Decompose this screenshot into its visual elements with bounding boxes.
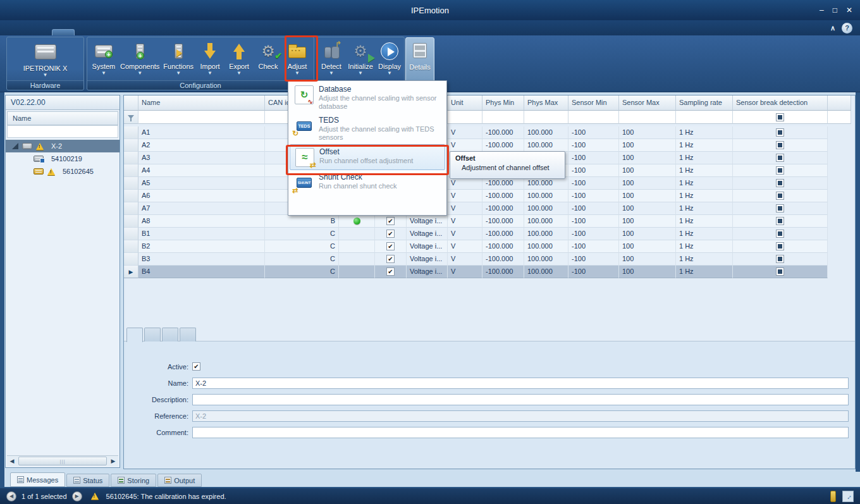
cell-sensor-break[interactable] xyxy=(733,190,828,202)
cell-active[interactable]: ✔ xyxy=(375,228,407,240)
table-row[interactable]: A7 B ✔ Voltage i... V -100.000 100.000 -… xyxy=(124,202,828,215)
sensor-break-checkbox[interactable] xyxy=(776,242,784,250)
header-sampling-rate[interactable]: Sampling rate xyxy=(676,95,733,111)
tree-column-header[interactable]: Name xyxy=(7,111,118,125)
menu-item[interactable]: TEDS Adjust the channel scaling with TED… xyxy=(290,113,445,144)
ribbon-button[interactable]: Detect ▼ xyxy=(317,38,346,77)
minimize-button[interactable]: – xyxy=(820,6,824,15)
cell-sensor-break[interactable] xyxy=(733,139,828,152)
menu-tab[interactable] xyxy=(9,30,30,35)
cell-active[interactable]: ✔ xyxy=(375,215,407,228)
menu-tab[interactable] xyxy=(96,30,118,35)
log-tab[interactable]: Output xyxy=(157,474,202,487)
sensor-break-checkbox[interactable] xyxy=(776,141,784,149)
filter-sensor-min[interactable] xyxy=(568,111,619,124)
ribbon-button[interactable]: Display ▼ xyxy=(375,38,404,77)
ribbon-button[interactable]: + System ▼ xyxy=(89,38,118,77)
row-gutter[interactable] xyxy=(124,215,138,228)
ribbon-button[interactable]: Export ▼ xyxy=(224,38,254,77)
sensor-break-checkbox[interactable] xyxy=(776,166,784,175)
details-tab[interactable] xyxy=(180,328,196,341)
menu-tab[interactable] xyxy=(118,30,139,35)
cell-sensor-break[interactable] xyxy=(733,240,828,253)
header-sensor-min[interactable]: Sensor Min xyxy=(568,95,619,111)
table-row[interactable]: B2 C ✔ Voltage i... V -100.000 100.000 -… xyxy=(124,240,828,253)
filter-unit[interactable] xyxy=(448,111,482,124)
header-sensor-max[interactable]: Sensor Max xyxy=(619,95,676,111)
ribbon-button[interactable]: ⚙✔ Check xyxy=(254,38,283,77)
filter-sampling-rate[interactable] xyxy=(676,111,733,124)
details-tab[interactable] xyxy=(126,328,143,342)
maximize-button[interactable]: □ xyxy=(833,6,837,15)
filter-name[interactable] xyxy=(138,111,265,124)
active-checkbox[interactable]: ✔ xyxy=(386,242,395,250)
details-tab[interactable] xyxy=(144,328,161,341)
menu-tab[interactable] xyxy=(30,30,52,35)
row-gutter[interactable] xyxy=(124,152,138,164)
cell-active[interactable]: ✔ xyxy=(375,240,407,253)
cell-sensor-break[interactable] xyxy=(733,152,828,164)
menu-item[interactable]: Shunt Check Run channel shunt check xyxy=(290,170,445,195)
ribbon-help-icon[interactable]: ? xyxy=(842,23,852,34)
menu-tab[interactable] xyxy=(52,29,75,35)
sensor-break-checkbox[interactable] xyxy=(776,255,784,263)
ribbon-button[interactable]: Import ▼ xyxy=(195,38,224,77)
active-checkbox[interactable]: ✔ xyxy=(192,362,200,371)
ribbon-button[interactable]: Adjust ▼ xyxy=(283,38,312,77)
cell-active[interactable]: ✔ xyxy=(375,253,407,266)
sensor-break-checkbox[interactable] xyxy=(776,154,784,162)
table-row[interactable]: A1 B ✔ Voltage i... V -100.000 100.000 -… xyxy=(124,126,828,139)
menu-item[interactable]: Offset Run channel offset adjustment xyxy=(290,144,445,170)
cell-sensor-break[interactable] xyxy=(733,202,828,215)
table-row[interactable]: ▶ B4 C ✔ Voltage i... V -100.000 100.000… xyxy=(124,266,828,278)
details-tab[interactable] xyxy=(162,328,178,341)
header-unit[interactable]: Unit xyxy=(448,95,482,111)
sensor-break-checkbox[interactable] xyxy=(776,204,784,212)
table-row[interactable]: A6 B ✔ Voltage i... V -100.000 100.000 -… xyxy=(124,190,828,202)
tree-horizontal-scrollbar[interactable]: ◀ ||| ▶ xyxy=(7,455,118,466)
cell-sensor-break[interactable] xyxy=(733,177,828,190)
cell-sensor-break[interactable] xyxy=(733,228,828,240)
scroll-right-icon[interactable]: ▶ xyxy=(108,456,118,466)
menu-tab[interactable] xyxy=(161,30,182,35)
menu-tab[interactable] xyxy=(139,30,161,35)
resize-grip-icon[interactable] xyxy=(842,491,854,502)
filter-sensor-max[interactable] xyxy=(619,111,676,124)
row-gutter[interactable] xyxy=(124,177,138,190)
next-message-icon[interactable]: ▶ xyxy=(72,491,82,501)
memory-stick-icon[interactable] xyxy=(830,491,836,502)
active-checkbox[interactable]: ✔ xyxy=(386,217,395,225)
sensor-break-checkbox[interactable] xyxy=(776,230,784,238)
cell-sensor-break[interactable] xyxy=(733,164,828,177)
cell-active[interactable]: ✔ xyxy=(375,266,407,278)
tree-item[interactable]: X-2 xyxy=(6,140,120,152)
close-button[interactable]: ✕ xyxy=(846,6,852,15)
previous-message-icon[interactable]: ◀ xyxy=(6,491,16,501)
sensor-break-checkbox[interactable] xyxy=(776,179,784,187)
cell-sensor-break[interactable] xyxy=(733,126,828,139)
row-gutter[interactable] xyxy=(124,202,138,215)
cell-sensor-break[interactable] xyxy=(733,215,828,228)
sensor-break-checkbox[interactable] xyxy=(776,267,784,276)
row-gutter[interactable] xyxy=(124,164,138,177)
menu-item[interactable]: Database Adjust the channel scaling with… xyxy=(290,82,445,113)
table-row[interactable]: A8 B ✔ Voltage i... V -100.000 100.000 -… xyxy=(124,215,828,228)
row-gutter[interactable] xyxy=(124,228,138,240)
menu-tab[interactable] xyxy=(75,30,96,35)
sensor-break-checkbox[interactable] xyxy=(776,192,784,200)
header-phys-min[interactable]: Phys Min xyxy=(482,95,524,111)
header-phys-max[interactable]: Phys Max xyxy=(524,95,568,111)
collapse-ribbon-icon[interactable]: ∧ xyxy=(830,24,835,32)
active-checkbox[interactable]: ✔ xyxy=(386,255,395,263)
ribbon-button[interactable]: Functions ▼ xyxy=(161,38,195,77)
table-row[interactable]: B3 C ✔ Voltage i... V -100.000 100.000 -… xyxy=(124,253,828,266)
description-field[interactable] xyxy=(192,394,849,405)
comment-field[interactable] xyxy=(192,427,849,438)
filter-phys-min[interactable] xyxy=(482,111,524,124)
tree-item[interactable]: 54100219 xyxy=(6,152,120,165)
row-gutter[interactable]: ▶ xyxy=(124,266,138,278)
tree-filter-row[interactable] xyxy=(7,125,118,138)
row-gutter[interactable] xyxy=(124,126,138,139)
row-gutter[interactable] xyxy=(124,240,138,253)
cell-sensor-break[interactable] xyxy=(733,266,828,278)
